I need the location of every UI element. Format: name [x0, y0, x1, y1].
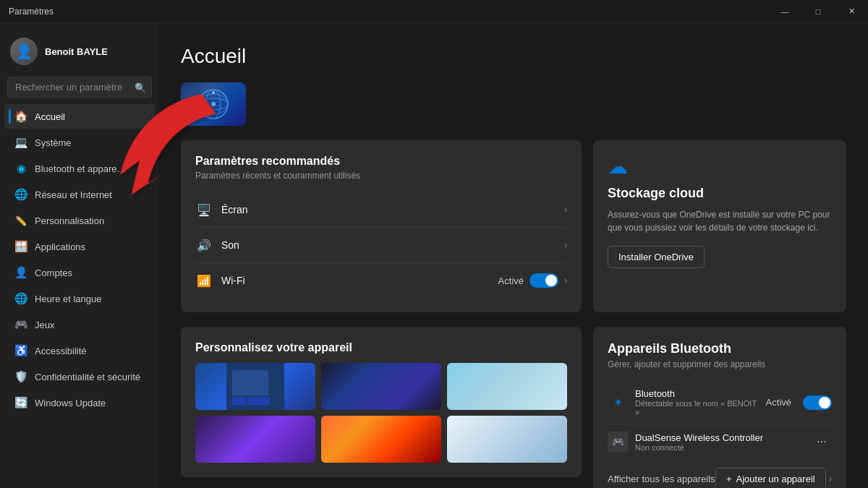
update-icon: 🔄 [14, 396, 27, 409]
setting-label-son: Son [221, 239, 564, 251]
sidebar-item-label: Système [35, 137, 145, 148]
wifi-icon: 📶 [195, 272, 213, 289]
device-row-bluetooth: ✦ Bluetooth Détectable sous le nom « BEN… [608, 381, 832, 424]
sidebar-item-windows-update[interactable]: 🔄 Windows Update [4, 390, 155, 415]
setting-row-son[interactable]: 🔊 Son › [195, 228, 567, 263]
controller-icon: 🎮 [608, 432, 628, 452]
sidebar-item-label: Réseau et Internet [35, 189, 145, 200]
setting-label-wifi: Wi-Fi [221, 275, 498, 286]
sidebar-item-applications[interactable]: 🪟 Applications [4, 234, 155, 259]
cloud-icon: ☁ [608, 155, 832, 179]
sidebar-item-systeme[interactable]: 💻 Système [4, 130, 155, 155]
games-icon: 🎮 [14, 318, 27, 331]
device-info-bluetooth: Bluetooth Détectable sous le nom « BENOI… [635, 388, 759, 416]
recommended-subtitle: Paramètres récents et couramment utilisé… [195, 171, 567, 181]
sidebar-item-confidentialite[interactable]: 🛡️ Confidentialité et sécurité [4, 364, 155, 389]
theme-thumb-2[interactable] [321, 363, 441, 410]
sidebar-item-heure[interactable]: 🌐 Heure et langue [4, 286, 155, 311]
svg-rect-7 [232, 370, 268, 395]
device-status-bluetooth: Détectable sous le nom « BENOIT » [635, 399, 759, 416]
sidebar-item-label: Accessibilité [35, 346, 145, 356]
screen-icon: 🖥️ [195, 201, 213, 218]
card-bluetooth: Appareils Bluetooth Gérer, ajouter et su… [593, 327, 846, 488]
theme-thumb-1[interactable] [195, 363, 315, 410]
sidebar-item-label: Heure et langue [35, 294, 145, 304]
setting-row-ecran[interactable]: 🖥️ Écran › [195, 192, 567, 228]
search-icon: 🔍 [135, 82, 146, 93]
bluetooth-value: Activé [766, 397, 791, 408]
personalisation-icon: ✏️ [14, 214, 27, 227]
sidebar-item-label: Comptes [35, 267, 145, 278]
main-content: Accueil Paramètres recommandés Paramètre… [159, 23, 868, 488]
sidebar-item-personnalisation[interactable]: ✏️ Personnalisation [4, 208, 155, 233]
card-recommended: Paramètres recommandés Paramètres récent… [181, 140, 582, 312]
sidebar-item-label: Personnalisation [35, 215, 145, 226]
sidebar-item-label: Windows Update [35, 398, 145, 408]
sound-icon: 🔊 [195, 236, 213, 254]
chevron-right-icon: › [564, 205, 567, 215]
search-input[interactable] [7, 77, 152, 98]
sidebar-item-jeux[interactable]: 🎮 Jeux [4, 312, 155, 337]
show-all-devices-link[interactable]: Afficher tous les appareils [608, 474, 715, 484]
theme-thumb-4[interactable] [195, 416, 315, 463]
page-title: Accueil [181, 45, 846, 68]
apps-icon: 🪟 [14, 240, 27, 253]
svg-point-5 [212, 91, 215, 94]
time-icon: 🌐 [14, 292, 27, 305]
device-name-bluetooth: Bluetooth [635, 388, 759, 399]
avatar-icon: 👤 [15, 43, 33, 60]
sidebar-item-label: Accueil [35, 111, 145, 122]
cloud-title: Stockage cloud [608, 186, 832, 201]
accessibility-icon: ♿ [14, 344, 27, 357]
bluetooth-nav-icon: ◉ [14, 162, 27, 175]
minimize-button[interactable]: — [768, 0, 801, 23]
chevron-right-icon: › [564, 240, 567, 250]
bluetooth-toggle-actions: Activé [766, 395, 832, 410]
install-onedrive-button[interactable]: Installer OneDrive [608, 246, 705, 268]
svg-point-4 [211, 102, 216, 106]
themes-grid [195, 363, 567, 463]
sidebar-item-bluetooth[interactable]: ◉ Bluetooth et appare… [4, 156, 155, 181]
sidebar-item-accessibilite[interactable]: ♿ Accessibilité [4, 338, 155, 363]
privacy-icon: 🛡️ [14, 370, 27, 383]
chevron-right-icon: › [829, 474, 832, 484]
recommended-title: Paramètres recommandés [195, 155, 567, 168]
bluetooth-card-subtitle: Gérer, ajouter et supprimer des appareil… [608, 359, 832, 369]
user-name: Benoit BAYLE [45, 46, 108, 57]
theme-thumb-3[interactable] [447, 363, 567, 410]
plus-icon: + [726, 474, 732, 484]
device-name-dualsense: DualSense Wireless Controller [635, 432, 804, 443]
bluetooth-icon: ✦ [608, 393, 628, 413]
chevron-right-icon: › [564, 275, 567, 286]
svg-rect-8 [232, 398, 247, 405]
bluetooth-toggle[interactable] [803, 395, 832, 410]
user-profile[interactable]: 👤 Benoit BAYLE [0, 29, 159, 77]
device-more-button[interactable]: ··· [812, 432, 832, 452]
bottom-row: Personnalisez votre appareil [181, 327, 846, 488]
setting-row-wifi[interactable]: 📶 Wi-Fi Activé › [195, 263, 567, 298]
device-status-dualsense: Non connecté [635, 443, 804, 452]
accounts-icon: 👤 [14, 266, 27, 279]
wifi-toggle[interactable] [529, 273, 558, 288]
sidebar-item-reseau[interactable]: 🌐 Réseau et Internet [4, 182, 155, 207]
sidebar: 👤 Benoit BAYLE 🔍 🏠 Accueil 💻 Système ◉ B… [0, 23, 159, 488]
search-container: 🔍 [7, 77, 152, 98]
titlebar-controls: — □ ✕ [768, 0, 868, 23]
personalize-title: Personnalisez votre appareil [195, 341, 567, 354]
sidebar-item-accueil[interactable]: 🏠 Accueil [4, 104, 155, 129]
card-personalize: Personnalisez votre appareil [181, 327, 582, 477]
wifi-value: Activé [498, 275, 524, 286]
home-icon: 🏠 [14, 110, 27, 123]
cloud-desc: Assurez-vous que OneDrive est installé s… [608, 208, 832, 234]
add-device-button[interactable]: + Ajouter un appareil [715, 468, 826, 488]
bluetooth-card-title: Appareils Bluetooth [608, 341, 832, 356]
theme-thumb-5[interactable] [321, 416, 441, 463]
bottom-left: Personnalisez votre appareil [181, 327, 582, 488]
close-button[interactable]: ✕ [835, 0, 868, 23]
sidebar-item-label: Confidentialité et sécurité [35, 372, 145, 382]
sidebar-item-label: Jeux [35, 320, 145, 330]
sidebar-item-comptes[interactable]: 👤 Comptes [4, 260, 155, 285]
restore-button[interactable]: □ [801, 0, 835, 23]
theme-thumb-6[interactable] [447, 416, 567, 463]
network-icon: 🌐 [14, 188, 27, 201]
